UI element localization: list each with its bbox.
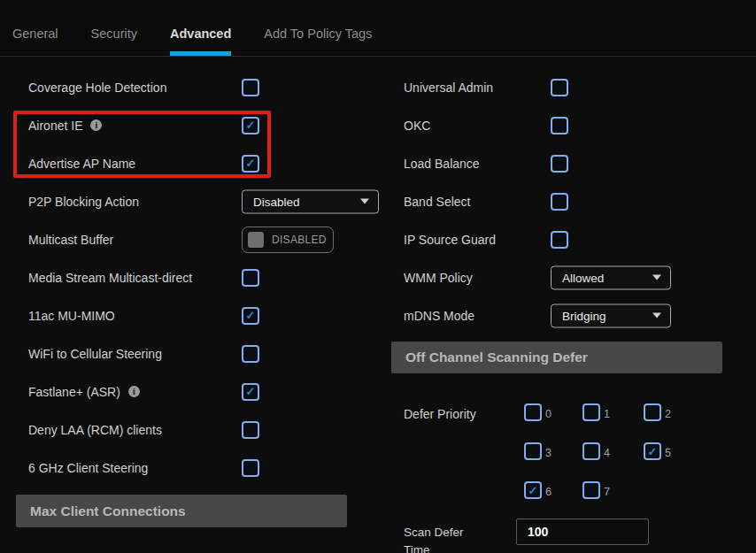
aironet-ie-checkbox[interactable]: ✓ [242, 117, 259, 134]
defer-priority-3: ✓ 3 [524, 442, 582, 460]
tab-add-to-policy-tags[interactable]: Add To Policy Tags [264, 27, 372, 56]
row-okc: OKC ✓ [390, 106, 756, 144]
left-column: Coverage Hole Detection ✓ Aironet IE i ✓… [0, 68, 390, 553]
scan-defer-time-input[interactable] [516, 518, 649, 545]
okc-checkbox[interactable]: ✓ [551, 117, 568, 134]
advanced-tab-content: Coverage Hole Detection ✓ Aironet IE i ✓… [0, 57, 756, 553]
defer-priority-0-checkbox[interactable]: ✓ [524, 403, 542, 421]
p2p-blocking-action-select[interactable]: Disabled [242, 189, 379, 213]
tab-security[interactable]: Security [91, 27, 137, 56]
load-balance-label: Load Balance [404, 157, 480, 171]
advertise-ap-name-checkbox[interactable]: ✓ [242, 155, 259, 173]
row-advertise-ap-name: Advertise AP Name ✓ [0, 144, 390, 182]
defer-priority-6-checkbox[interactable]: ✓ [524, 481, 542, 499]
row-media-stream-multicast-direct: Media Stream Multicast-direct ✓ [0, 258, 390, 296]
okc-label: OKC [404, 119, 430, 133]
row-wmm-policy: WMM Policy Allowed [390, 258, 756, 296]
tab-bar: General Security Advanced Add To Policy … [0, 0, 756, 57]
defer-priority-2-checkbox[interactable]: ✓ [644, 403, 661, 421]
check-icon: ✓ [246, 310, 256, 321]
check-icon: ✓ [246, 119, 256, 131]
defer-priority-5: ✓ 5 [644, 442, 703, 460]
band-select-checkbox[interactable]: ✓ [551, 193, 568, 211]
defer-priority-3-checkbox[interactable]: ✓ [524, 442, 542, 460]
wlan-advanced-page: General Security Advanced Add To Policy … [0, 0, 756, 553]
wmm-policy-select[interactable]: Allowed [551, 265, 671, 289]
right-column: Universal Admin ✓ OKC ✓ Load Balance ✓ B… [390, 68, 756, 553]
advertise-ap-name-label: Advertise AP Name [28, 157, 135, 171]
defer-priority-4-label: 4 [604, 448, 610, 460]
defer-priority-0: ✓ 0 [524, 403, 582, 421]
check-icon: ✓ [528, 485, 538, 496]
chevron-down-icon [652, 275, 661, 280]
defer-priority-1-checkbox[interactable]: ✓ [582, 403, 600, 421]
universal-admin-checkbox[interactable]: ✓ [551, 79, 568, 96]
row-p2p-blocking-action: P2P Blocking Action Disabled [0, 182, 390, 220]
row-multicast-buffer: Multicast Buffer DISABLED [0, 220, 390, 258]
scan-defer-time-label: Scan Defer Time [404, 524, 485, 553]
defer-priority-4-checkbox[interactable]: ✓ [582, 442, 600, 460]
wmm-policy-label: WMM Policy [404, 271, 473, 285]
defer-priority-group: Defer Priority ✓ 0 ✓ 1 ✓ 2 ✓ [390, 405, 756, 504]
ip-source-guard-checkbox[interactable]: ✓ [551, 231, 568, 249]
max-client-connections-section-header: Max Client Connections [16, 495, 347, 527]
11ac-mu-mimo-label: 11ac MU-MIMO [28, 309, 115, 323]
fastlane-asr-checkbox[interactable]: ✓ [242, 383, 259, 401]
wifi-to-cellular-steering-label: WiFi to Cellular Steering [28, 347, 162, 361]
chevron-down-icon [652, 313, 661, 319]
row-6ghz-client-steering: 6 GHz Client Steering ✓ [0, 449, 390, 487]
6ghz-client-steering-label: 6 GHz Client Steering [28, 461, 148, 475]
media-stream-multicast-direct-label: Media Stream Multicast-direct [28, 271, 192, 285]
defer-priority-6: ✓ 6 [524, 481, 582, 499]
defer-priority-label: Defer Priority [404, 407, 476, 421]
wifi-to-cellular-steering-checkbox[interactable]: ✓ [242, 345, 259, 363]
row-deny-laa-rcm-clients: Deny LAA (RCM) clients ✓ [0, 411, 390, 449]
defer-priority-1-label: 1 [604, 409, 610, 421]
row-wifi-to-cellular-steering: WiFi to Cellular Steering ✓ [0, 334, 390, 373]
tab-general[interactable]: General [12, 27, 58, 56]
defer-priority-1: ✓ 1 [582, 403, 644, 421]
defer-priority-4: ✓ 4 [582, 442, 644, 460]
deny-laa-rcm-clients-checkbox[interactable]: ✓ [242, 421, 259, 439]
row-scan-defer-time: Scan Defer Time [390, 517, 756, 553]
p2p-blocking-action-value: Disabled [253, 195, 360, 208]
media-stream-multicast-direct-checkbox[interactable]: ✓ [242, 269, 259, 287]
defer-priority-6-label: 6 [545, 487, 552, 499]
row-fastlane-asr: Fastlane+ (ASR) i ✓ [0, 373, 390, 411]
ip-source-guard-label: IP Source Guard [404, 233, 496, 247]
load-balance-checkbox[interactable]: ✓ [551, 155, 568, 173]
row-mdns-mode: mDNS Mode Bridging [390, 296, 756, 334]
wmm-policy-value: Allowed [562, 271, 652, 284]
defer-priority-5-checkbox[interactable]: ✓ [644, 442, 661, 460]
coverage-hole-detection-checkbox[interactable]: ✓ [242, 79, 259, 96]
info-icon[interactable]: i [90, 119, 102, 131]
row-11ac-mu-mimo: 11ac MU-MIMO ✓ [0, 296, 390, 334]
band-select-label: Band Select [404, 195, 471, 209]
multicast-buffer-label: Multicast Buffer [28, 233, 113, 247]
mdns-mode-label: mDNS Mode [404, 309, 474, 323]
chevron-down-icon [360, 199, 369, 204]
11ac-mu-mimo-checkbox[interactable]: ✓ [242, 307, 259, 325]
toggle-knob [248, 232, 264, 248]
defer-priority-7-label: 7 [604, 487, 610, 499]
defer-priority-7-checkbox[interactable]: ✓ [582, 481, 600, 499]
info-icon[interactable]: i [128, 386, 140, 397]
defer-priority-grid: ✓ 0 ✓ 1 ✓ 2 ✓ 3 [524, 403, 703, 499]
mdns-mode-select[interactable]: Bridging [551, 303, 671, 327]
multicast-buffer-state: DISABLED [272, 234, 327, 246]
6ghz-client-steering-checkbox[interactable]: ✓ [242, 459, 259, 477]
multicast-buffer-toggle[interactable]: DISABLED [242, 227, 334, 253]
aironet-ie-label: Aironet IE [28, 119, 82, 133]
check-icon: ✓ [246, 386, 256, 397]
defer-priority-7: ✓ 7 [582, 481, 644, 499]
tab-advanced[interactable]: Advanced [170, 27, 231, 56]
defer-priority-3-label: 3 [545, 448, 552, 460]
defer-priority-5-label: 5 [665, 448, 671, 460]
defer-priority-2-label: 2 [665, 409, 671, 421]
off-channel-scanning-defer-title: Off Channel Scanning Defer [405, 349, 588, 365]
check-icon: ✓ [648, 446, 658, 457]
off-channel-scanning-defer-section-header: Off Channel Scanning Defer [391, 342, 722, 373]
defer-priority-0-label: 0 [545, 409, 552, 421]
row-universal-admin: Universal Admin ✓ [390, 68, 756, 106]
deny-laa-rcm-clients-label: Deny LAA (RCM) clients [28, 423, 162, 437]
